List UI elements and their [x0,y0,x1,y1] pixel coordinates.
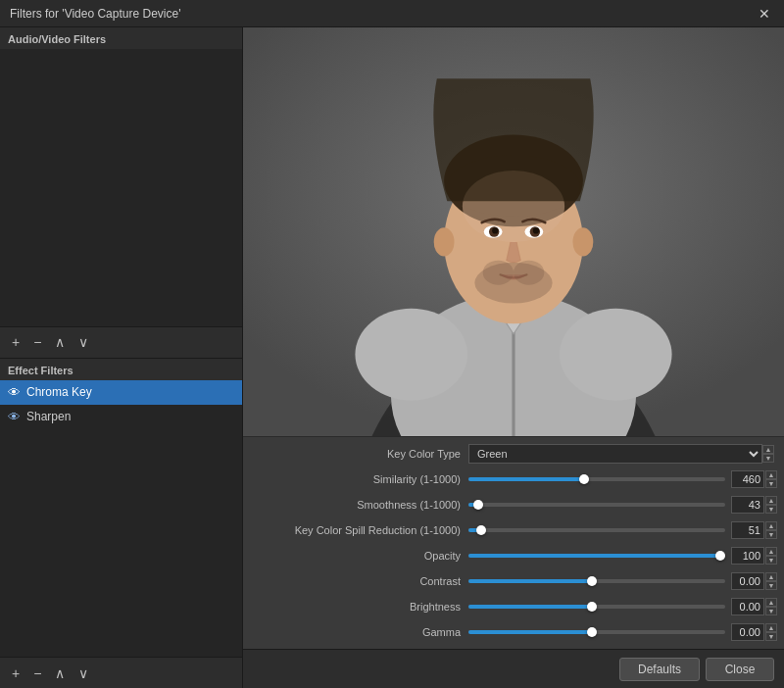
move-up-effect-button[interactable]: ∧ [49,664,71,682]
gamma-slider-thumb[interactable] [587,627,597,637]
brightness-up-button[interactable]: ▲ [765,598,777,607]
svg-point-15 [533,227,539,233]
smoothness-slider-container [468,503,725,507]
brightness-slider-fill [468,605,592,609]
audio-video-label: Audio/Video Filters [0,27,242,49]
window-title: Filters for 'Video Capture Device' [10,7,180,21]
key-color-spill-slider-container [468,528,725,532]
brightness-slider-thumb[interactable] [587,602,597,612]
add-audio-filter-button[interactable]: + [6,333,25,351]
effect-filters-toolbar: + − ∧ ∨ [0,657,242,688]
defaults-button[interactable]: Defaults [619,658,700,681]
effect-filters-label: Effect Filters [0,359,242,380]
remove-audio-filter-button[interactable]: − [27,333,47,351]
audio-video-toolbar: + − ∧ ∨ [0,327,242,359]
key-color-spill-row: Key Color Spill Reduction (1-1000) ▲ ▼ [253,519,774,541]
move-down-effect-button[interactable]: ∨ [73,664,94,682]
brightness-value-input[interactable] [731,598,764,615]
brightness-down-button[interactable]: ▼ [765,607,777,615]
smoothness-value-input[interactable] [731,496,764,514]
key-color-select-wrapper: Green Blue Magenta Custom Color ▲ ▼ [468,444,774,464]
brightness-value-box: ▲ ▼ [731,598,774,615]
similarity-slider-thumb[interactable] [579,474,589,484]
opacity-slider-fill [468,554,720,558]
smoothness-down-button[interactable]: ▼ [765,505,777,514]
contrast-slider-container [468,579,725,583]
left-panel: Audio/Video Filters + − ∧ ∨ Effect Filte… [0,27,243,688]
key-color-type-row: Key Color Type Green Blue Magenta Custom… [253,443,774,465]
brightness-slider-track[interactable] [468,605,725,609]
svg-point-20 [572,227,593,256]
gamma-up-button[interactable]: ▲ [765,623,777,632]
opacity-slider-track[interactable] [468,554,725,558]
key-color-spill-label: Key Color Spill Reduction (1-1000) [253,524,468,536]
close-window-button[interactable]: ✕ [755,7,774,21]
eye-icon-chroma-key: 👁 [8,385,21,400]
svg-point-22 [560,309,672,401]
gamma-slider-container [468,630,725,634]
svg-point-17 [483,261,514,285]
opacity-slider-container [468,554,725,558]
contrast-value-input[interactable] [731,572,764,590]
opacity-down-button[interactable]: ▼ [765,556,777,565]
similarity-slider-fill [468,477,584,481]
opacity-slider-thumb[interactable] [715,551,725,561]
contrast-value-box: ▲ ▼ [731,572,774,590]
filter-item-sharpen[interactable]: 👁 Sharpen [0,405,242,429]
similarity-row: Similarity (1-1000) ▲ ▼ [253,468,774,490]
svg-point-18 [514,261,544,285]
smoothness-up-button[interactable]: ▲ [765,496,777,505]
gamma-value-input[interactable] [731,623,764,641]
remove-effect-filter-button[interactable]: − [27,664,47,682]
opacity-up-button[interactable]: ▲ [765,547,777,556]
opacity-value-input[interactable] [731,547,764,565]
brightness-label: Brightness [253,601,468,613]
contrast-slider-track[interactable] [468,579,725,583]
key-color-spill-spinner: ▲ ▼ [765,521,777,539]
gamma-row: Gamma ▲ ▼ [253,621,774,643]
filter-item-chroma-key[interactable]: 👁 Chroma Key [0,380,242,405]
key-color-spill-down-button[interactable]: ▼ [765,530,777,539]
close-button[interactable]: Close [706,658,774,681]
move-up-audio-button[interactable]: ∧ [49,333,71,351]
similarity-value-input[interactable] [731,470,764,488]
similarity-value-box: ▲ ▼ [731,470,774,488]
key-color-type-label: Key Color Type [253,448,468,460]
preview-area [243,27,784,436]
main-content: Audio/Video Filters + − ∧ ∨ Effect Filte… [0,27,784,688]
gamma-down-button[interactable]: ▼ [765,632,777,641]
key-color-spill-slider-track[interactable] [468,528,725,532]
key-color-type-select[interactable]: Green Blue Magenta Custom Color [468,444,762,464]
smoothness-slider-track[interactable] [468,503,725,507]
key-color-spill-slider-thumb[interactable] [476,525,486,535]
similarity-up-button[interactable]: ▲ [765,470,777,479]
gamma-slider-track[interactable] [468,630,725,634]
add-effect-filter-button[interactable]: + [6,664,25,682]
preview-svg [243,27,784,436]
smoothness-value-box: ▲ ▼ [731,496,774,514]
svg-point-19 [434,227,455,256]
key-color-spill-up-button[interactable]: ▲ [765,521,777,530]
contrast-up-button[interactable]: ▲ [765,572,777,581]
opacity-row: Opacity ▲ ▼ [253,545,774,566]
eye-icon-sharpen: 👁 [8,410,21,424]
smoothness-label: Smoothness (1-1000) [253,499,468,511]
smoothness-slider-thumb[interactable] [473,500,483,510]
brightness-spinner: ▲ ▼ [765,598,777,615]
similarity-slider-container [468,477,725,481]
move-down-audio-button[interactable]: ∨ [73,333,94,351]
key-color-down-button[interactable]: ▼ [762,454,774,463]
key-color-up-button[interactable]: ▲ [762,445,774,454]
contrast-row: Contrast ▲ ▼ [253,570,774,592]
opacity-value-box: ▲ ▼ [731,547,774,565]
similarity-slider-track[interactable] [468,477,725,481]
brightness-slider-container [468,605,725,609]
gamma-spinner: ▲ ▼ [765,623,777,641]
contrast-down-button[interactable]: ▼ [765,581,777,590]
svg-point-14 [492,227,498,233]
key-color-spill-value-input[interactable] [731,521,764,539]
similarity-down-button[interactable]: ▼ [765,479,777,488]
filter-name-chroma-key: Chroma Key [26,385,92,399]
audio-video-area [0,49,242,327]
contrast-slider-thumb[interactable] [587,576,597,586]
